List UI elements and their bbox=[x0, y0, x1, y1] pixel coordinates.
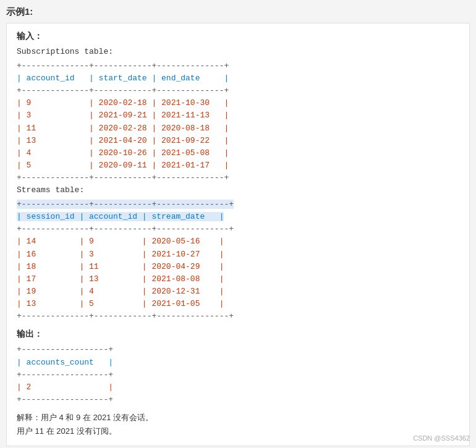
subscriptions-table-name: Subscriptions table: bbox=[17, 46, 459, 59]
example-title: 示例1: bbox=[6, 6, 470, 18]
content-box: 输入： Subscriptions table: +--------------… bbox=[6, 23, 470, 446]
out-sep-2: +------------------+ bbox=[17, 370, 113, 379]
streams-row-3: | 17 | 13 | 2021-08-08 | bbox=[17, 274, 224, 284]
subs-row-4: | 4 | 2020-10-26 | 2021-05-08 | bbox=[17, 148, 229, 158]
streams-row-2: | 18 | 11 | 2020-04-29 | bbox=[17, 262, 224, 271]
out-sep-top: +------------------+ bbox=[17, 345, 113, 354]
output-table: +------------------+ | accounts_count | … bbox=[17, 344, 459, 406]
subs-sep-2: +--------------+------------+-----------… bbox=[17, 86, 229, 95]
streams-row-5: | 13 | 5 | 2021-01-05 | bbox=[17, 299, 224, 308]
input-label: 输入： bbox=[17, 31, 459, 42]
streams-row-0: | 14 | 9 | 2020-05-16 | bbox=[17, 237, 224, 246]
subs-row-5: | 5 | 2020-09-11 | 2021-01-17 | bbox=[17, 161, 229, 170]
subs-row-2: | 11 | 2020-02-28 | 2020-08-18 | bbox=[17, 124, 229, 133]
streams-sep-bottom: +--------------+------------+-----------… bbox=[17, 311, 234, 321]
streams-table: +--------------+------------+-----------… bbox=[17, 198, 459, 323]
streams-row-1: | 16 | 3 | 2021-10-27 | bbox=[17, 250, 224, 259]
out-header: | accounts_count | bbox=[17, 358, 113, 367]
explanation-line-0: 解释：用户 4 和 9 在 2021 没有会话。 bbox=[17, 411, 459, 425]
subs-row-0: | 9 | 2020-02-18 | 2021-10-30 | bbox=[17, 98, 229, 108]
subs-row-3: | 13 | 2021-04-20 | 2021-09-22 | bbox=[17, 136, 229, 145]
watermark: CSDN @SSS4362 bbox=[413, 434, 470, 442]
output-label: 输出： bbox=[17, 329, 459, 340]
subscriptions-table: +--------------+------------+-----------… bbox=[17, 60, 459, 184]
streams-header: | session_id | account_id | stream_date … bbox=[17, 212, 224, 221]
out-row: | 2 | bbox=[17, 382, 113, 392]
streams-sep-2: +--------------+------------+-----------… bbox=[17, 224, 234, 234]
subs-sep-bottom: +--------------+------------+-----------… bbox=[17, 173, 229, 182]
subs-row-1: | 3 | 2021-09-21 | 2021-11-13 | bbox=[17, 111, 229, 120]
subs-sep-top: +--------------+------------+-----------… bbox=[17, 61, 229, 70]
subs-header: | account_id | start_date | end_date | bbox=[17, 74, 229, 83]
streams-row-4: | 19 | 4 | 2020-12-31 | bbox=[17, 287, 224, 296]
explanation-line-1: 用户 11 在 2021 没有订阅。 bbox=[17, 425, 459, 438]
page-container: 示例1: 输入： Subscriptions table: +---------… bbox=[6, 6, 470, 446]
out-sep-bottom: +------------------+ bbox=[17, 395, 113, 404]
streams-sep-top: +--------------+------------+-----------… bbox=[17, 200, 234, 209]
streams-table-name: Streams table: bbox=[17, 184, 459, 197]
explanation: 解释：用户 4 和 9 在 2021 没有会话。 用户 11 在 2021 没有… bbox=[17, 411, 459, 438]
